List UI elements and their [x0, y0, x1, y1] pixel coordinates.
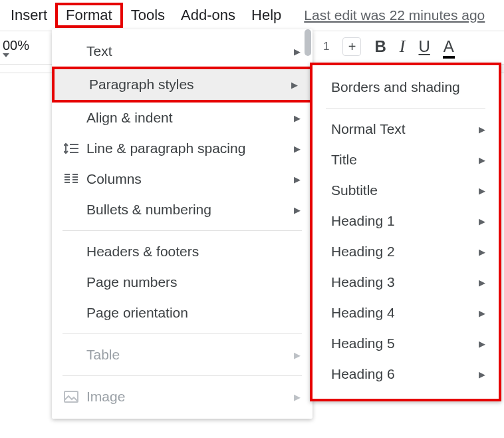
underline-button[interactable]: U	[418, 37, 430, 56]
menu-help-label: Help	[251, 7, 281, 23]
sub-item-heading-1-label: Heading 1	[331, 213, 479, 229]
sub-item-heading-2[interactable]: Heading 2 ▶	[313, 236, 499, 267]
menu-separator	[63, 375, 302, 376]
chevron-right-icon: ▶	[479, 369, 485, 379]
chevron-right-icon: ▶	[294, 144, 301, 154]
last-edit-link[interactable]: Last edit was 22 minutes ago	[304, 7, 485, 23]
columns-icon	[64, 173, 86, 185]
menu-insert-label: Insert	[11, 7, 47, 23]
menu-item-page-orientation[interactable]: Page orientation	[52, 298, 313, 328]
menu-item-columns[interactable]: Columns ▶	[52, 164, 313, 194]
text-color-button[interactable]: A	[443, 37, 454, 56]
menu-item-page-numbers-label: Page numbers	[86, 274, 301, 290]
menu-help[interactable]: Help	[243, 3, 289, 28]
menu-format[interactable]: Format	[55, 3, 123, 28]
last-edit-text: Last edit was 22 minutes ago	[304, 7, 485, 23]
sub-item-heading-4-label: Heading 4	[331, 305, 479, 321]
sub-item-heading-2-label: Heading 2	[331, 244, 479, 260]
menu-item-bullets-numbering-label: Bullets & numbering	[86, 202, 294, 218]
chevron-down-icon	[3, 53, 32, 57]
image-icon	[64, 391, 86, 403]
menu-item-text-label: Text	[86, 43, 294, 59]
sub-item-heading-5-label: Heading 5	[331, 335, 479, 351]
chevron-right-icon: ▶	[291, 80, 298, 90]
menu-addons-label: Add-ons	[181, 7, 235, 23]
chevron-right-icon: ▶	[294, 47, 301, 57]
menubar: Insert Format Tools Add-ons Help Last ed…	[0, 0, 504, 31]
menu-separator	[63, 333, 302, 334]
menu-item-bullets-numbering[interactable]: Bullets & numbering ▶	[52, 194, 313, 225]
bold-label: B	[374, 37, 386, 55]
sub-item-subtitle-label: Subtitle	[331, 182, 479, 198]
sub-item-normal-text[interactable]: Normal Text ▶	[313, 114, 499, 144]
sub-item-borders-shading-label: Borders and shading	[331, 79, 485, 95]
menu-item-columns-label: Columns	[86, 171, 294, 187]
chevron-right-icon: ▶	[479, 308, 485, 318]
plus-label: +	[348, 39, 356, 55]
sub-item-heading-3[interactable]: Heading 3 ▶	[313, 267, 499, 298]
italic-label: I	[400, 37, 406, 56]
zoom-value: 00%	[3, 38, 29, 53]
menu-item-text[interactable]: Text ▶	[52, 36, 313, 67]
menu-item-paragraph-styles-label: Paragraph styles	[89, 77, 291, 93]
sub-item-borders-shading[interactable]: Borders and shading	[313, 72, 499, 103]
menu-item-line-spacing[interactable]: Line & paragraph spacing ▶	[52, 133, 313, 164]
chevron-right-icon: ▶	[294, 205, 301, 215]
submenu-separator	[326, 108, 485, 109]
chevron-right-icon: ▶	[294, 392, 301, 402]
chevron-right-icon: ▶	[479, 339, 485, 349]
menu-item-paragraph-styles[interactable]: Paragraph styles ▶	[52, 67, 313, 103]
sub-item-heading-4[interactable]: Heading 4 ▶	[313, 298, 499, 328]
menu-item-image[interactable]: Image ▶	[52, 381, 313, 412]
paragraph-styles-submenu: Borders and shading Normal Text ▶ Title …	[310, 63, 501, 401]
menu-insert[interactable]: Insert	[3, 3, 55, 28]
line-spacing-icon	[64, 142, 86, 155]
text-color-label: A	[443, 37, 454, 55]
sub-item-title-label: Title	[331, 152, 479, 168]
italic-button[interactable]: I	[400, 37, 406, 57]
font-size-increase-button[interactable]: +	[342, 37, 361, 56]
bold-button[interactable]: B	[374, 37, 386, 56]
menu-item-headers-footers-label: Headers & footers	[86, 244, 301, 260]
chevron-right-icon: ▶	[479, 124, 485, 134]
menu-tools[interactable]: Tools	[123, 3, 173, 28]
sub-item-title[interactable]: Title ▶	[313, 144, 499, 175]
sub-item-heading-6-label: Heading 6	[331, 366, 479, 382]
menu-item-page-orientation-label: Page orientation	[86, 305, 301, 321]
chevron-right-icon: ▶	[479, 278, 485, 288]
menu-item-image-label: Image	[86, 389, 294, 405]
svg-rect-11	[64, 391, 78, 402]
chevron-right-icon: ▶	[479, 247, 485, 257]
underline-label: U	[418, 37, 430, 55]
sub-item-subtitle[interactable]: Subtitle ▶	[313, 175, 499, 206]
menu-separator	[63, 230, 302, 231]
menu-item-table[interactable]: Table ▶	[52, 339, 313, 370]
menu-item-headers-footers[interactable]: Headers & footers	[52, 236, 313, 267]
menu-item-line-spacing-label: Line & paragraph spacing	[86, 140, 294, 156]
chevron-right-icon: ▶	[294, 113, 301, 123]
chevron-right-icon: ▶	[479, 186, 485, 196]
font-size-value-fragment: 1	[323, 40, 329, 53]
chevron-right-icon: ▶	[294, 174, 301, 184]
menu-item-align-indent-label: Align & indent	[86, 110, 294, 126]
chevron-right-icon: ▶	[479, 216, 485, 226]
chevron-right-icon: ▶	[479, 155, 485, 165]
menu-tools-label: Tools	[131, 7, 165, 23]
menu-item-align-indent[interactable]: Align & indent ▶	[52, 103, 313, 133]
sub-item-heading-3-label: Heading 3	[331, 274, 479, 290]
toolbar-text-format-group: 1 + B I U A	[323, 37, 454, 57]
chevron-right-icon: ▶	[294, 350, 301, 360]
menu-item-page-numbers[interactable]: Page numbers	[52, 267, 313, 298]
menu-format-label: Format	[66, 7, 112, 23]
zoom-select[interactable]: 00%	[0, 38, 32, 57]
sub-item-heading-5[interactable]: Heading 5 ▶	[313, 328, 499, 359]
menu-item-table-label: Table	[86, 347, 294, 363]
sub-item-heading-1[interactable]: Heading 1 ▶	[313, 206, 499, 236]
sub-item-normal-text-label: Normal Text	[331, 121, 479, 137]
menu-addons[interactable]: Add-ons	[173, 3, 243, 28]
format-dropdown-menu: Text ▶ Paragraph styles ▶ Align & indent…	[52, 29, 313, 419]
sub-item-heading-6[interactable]: Heading 6 ▶	[313, 359, 499, 389]
